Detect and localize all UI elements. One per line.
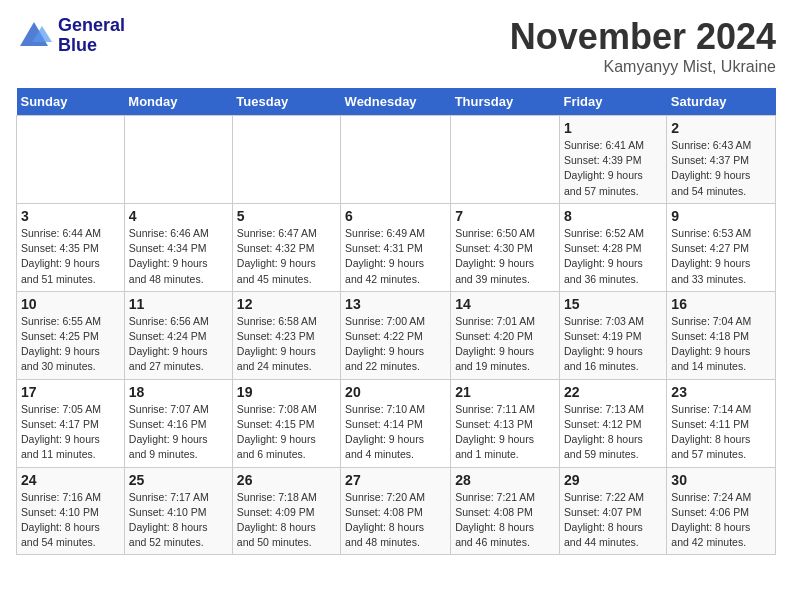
day-number: 12 [237,296,336,312]
day-number: 14 [455,296,555,312]
day-info: Sunrise: 6:44 AM Sunset: 4:35 PM Dayligh… [21,226,120,287]
logo-line2: Blue [58,36,125,56]
calendar-cell [232,116,340,204]
day-info: Sunrise: 7:14 AM Sunset: 4:11 PM Dayligh… [671,402,771,463]
day-info: Sunrise: 6:47 AM Sunset: 4:32 PM Dayligh… [237,226,336,287]
calendar-cell: 2Sunrise: 6:43 AM Sunset: 4:37 PM Daylig… [667,116,776,204]
calendar-cell: 19Sunrise: 7:08 AM Sunset: 4:15 PM Dayli… [232,379,340,467]
weekday-header: Sunday [17,88,125,116]
logo: General Blue [16,16,125,56]
day-info: Sunrise: 7:04 AM Sunset: 4:18 PM Dayligh… [671,314,771,375]
calendar-week-row: 17Sunrise: 7:05 AM Sunset: 4:17 PM Dayli… [17,379,776,467]
weekday-header-row: SundayMondayTuesdayWednesdayThursdayFrid… [17,88,776,116]
day-number: 26 [237,472,336,488]
day-number: 5 [237,208,336,224]
day-info: Sunrise: 7:08 AM Sunset: 4:15 PM Dayligh… [237,402,336,463]
day-number: 7 [455,208,555,224]
day-info: Sunrise: 7:22 AM Sunset: 4:07 PM Dayligh… [564,490,662,551]
day-number: 3 [21,208,120,224]
calendar-table: SundayMondayTuesdayWednesdayThursdayFrid… [16,88,776,555]
day-number: 10 [21,296,120,312]
calendar-cell: 21Sunrise: 7:11 AM Sunset: 4:13 PM Dayli… [451,379,560,467]
calendar-cell [341,116,451,204]
day-number: 22 [564,384,662,400]
calendar-cell: 22Sunrise: 7:13 AM Sunset: 4:12 PM Dayli… [559,379,666,467]
calendar-cell: 4Sunrise: 6:46 AM Sunset: 4:34 PM Daylig… [124,203,232,291]
day-number: 4 [129,208,228,224]
day-number: 19 [237,384,336,400]
weekday-header: Wednesday [341,88,451,116]
calendar-cell: 23Sunrise: 7:14 AM Sunset: 4:11 PM Dayli… [667,379,776,467]
calendar-cell: 11Sunrise: 6:56 AM Sunset: 4:24 PM Dayli… [124,291,232,379]
calendar-week-row: 1Sunrise: 6:41 AM Sunset: 4:39 PM Daylig… [17,116,776,204]
day-number: 16 [671,296,771,312]
day-info: Sunrise: 6:58 AM Sunset: 4:23 PM Dayligh… [237,314,336,375]
day-info: Sunrise: 7:24 AM Sunset: 4:06 PM Dayligh… [671,490,771,551]
calendar-cell: 18Sunrise: 7:07 AM Sunset: 4:16 PM Dayli… [124,379,232,467]
day-number: 30 [671,472,771,488]
weekday-header: Friday [559,88,666,116]
day-number: 27 [345,472,446,488]
calendar-cell: 20Sunrise: 7:10 AM Sunset: 4:14 PM Dayli… [341,379,451,467]
calendar-cell [17,116,125,204]
day-info: Sunrise: 6:50 AM Sunset: 4:30 PM Dayligh… [455,226,555,287]
calendar-cell: 29Sunrise: 7:22 AM Sunset: 4:07 PM Dayli… [559,467,666,555]
calendar-cell: 10Sunrise: 6:55 AM Sunset: 4:25 PM Dayli… [17,291,125,379]
day-number: 15 [564,296,662,312]
day-info: Sunrise: 6:41 AM Sunset: 4:39 PM Dayligh… [564,138,662,199]
day-number: 8 [564,208,662,224]
logo-icon [16,18,52,54]
day-info: Sunrise: 7:10 AM Sunset: 4:14 PM Dayligh… [345,402,446,463]
calendar-cell: 9Sunrise: 6:53 AM Sunset: 4:27 PM Daylig… [667,203,776,291]
calendar-cell: 5Sunrise: 6:47 AM Sunset: 4:32 PM Daylig… [232,203,340,291]
calendar-cell [451,116,560,204]
day-info: Sunrise: 7:03 AM Sunset: 4:19 PM Dayligh… [564,314,662,375]
calendar-cell: 25Sunrise: 7:17 AM Sunset: 4:10 PM Dayli… [124,467,232,555]
day-info: Sunrise: 7:16 AM Sunset: 4:10 PM Dayligh… [21,490,120,551]
page-header: General Blue November 2024 Kamyanyy Mist… [16,16,776,76]
calendar-cell: 28Sunrise: 7:21 AM Sunset: 4:08 PM Dayli… [451,467,560,555]
day-info: Sunrise: 6:55 AM Sunset: 4:25 PM Dayligh… [21,314,120,375]
weekday-header: Monday [124,88,232,116]
calendar-cell: 16Sunrise: 7:04 AM Sunset: 4:18 PM Dayli… [667,291,776,379]
calendar-cell: 24Sunrise: 7:16 AM Sunset: 4:10 PM Dayli… [17,467,125,555]
calendar-cell: 30Sunrise: 7:24 AM Sunset: 4:06 PM Dayli… [667,467,776,555]
calendar-cell [124,116,232,204]
calendar-cell: 27Sunrise: 7:20 AM Sunset: 4:08 PM Dayli… [341,467,451,555]
day-info: Sunrise: 6:52 AM Sunset: 4:28 PM Dayligh… [564,226,662,287]
calendar-cell: 3Sunrise: 6:44 AM Sunset: 4:35 PM Daylig… [17,203,125,291]
day-number: 1 [564,120,662,136]
calendar-cell: 1Sunrise: 6:41 AM Sunset: 4:39 PM Daylig… [559,116,666,204]
calendar-week-row: 3Sunrise: 6:44 AM Sunset: 4:35 PM Daylig… [17,203,776,291]
day-number: 13 [345,296,446,312]
title-block: November 2024 Kamyanyy Mist, Ukraine [510,16,776,76]
calendar-cell: 15Sunrise: 7:03 AM Sunset: 4:19 PM Dayli… [559,291,666,379]
day-number: 11 [129,296,228,312]
day-number: 20 [345,384,446,400]
day-number: 17 [21,384,120,400]
calendar-cell: 7Sunrise: 6:50 AM Sunset: 4:30 PM Daylig… [451,203,560,291]
day-info: Sunrise: 6:49 AM Sunset: 4:31 PM Dayligh… [345,226,446,287]
day-number: 6 [345,208,446,224]
weekday-header: Saturday [667,88,776,116]
day-info: Sunrise: 7:01 AM Sunset: 4:20 PM Dayligh… [455,314,555,375]
day-number: 25 [129,472,228,488]
day-info: Sunrise: 6:46 AM Sunset: 4:34 PM Dayligh… [129,226,228,287]
calendar-cell: 8Sunrise: 6:52 AM Sunset: 4:28 PM Daylig… [559,203,666,291]
day-number: 9 [671,208,771,224]
calendar-cell: 12Sunrise: 6:58 AM Sunset: 4:23 PM Dayli… [232,291,340,379]
day-info: Sunrise: 7:05 AM Sunset: 4:17 PM Dayligh… [21,402,120,463]
day-info: Sunrise: 6:56 AM Sunset: 4:24 PM Dayligh… [129,314,228,375]
weekday-header: Thursday [451,88,560,116]
calendar-cell: 14Sunrise: 7:01 AM Sunset: 4:20 PM Dayli… [451,291,560,379]
location: Kamyanyy Mist, Ukraine [510,58,776,76]
day-info: Sunrise: 7:21 AM Sunset: 4:08 PM Dayligh… [455,490,555,551]
day-number: 18 [129,384,228,400]
day-info: Sunrise: 7:17 AM Sunset: 4:10 PM Dayligh… [129,490,228,551]
day-info: Sunrise: 7:00 AM Sunset: 4:22 PM Dayligh… [345,314,446,375]
logo-line1: General [58,16,125,36]
calendar-cell: 17Sunrise: 7:05 AM Sunset: 4:17 PM Dayli… [17,379,125,467]
calendar-cell: 6Sunrise: 6:49 AM Sunset: 4:31 PM Daylig… [341,203,451,291]
day-info: Sunrise: 7:18 AM Sunset: 4:09 PM Dayligh… [237,490,336,551]
day-number: 29 [564,472,662,488]
